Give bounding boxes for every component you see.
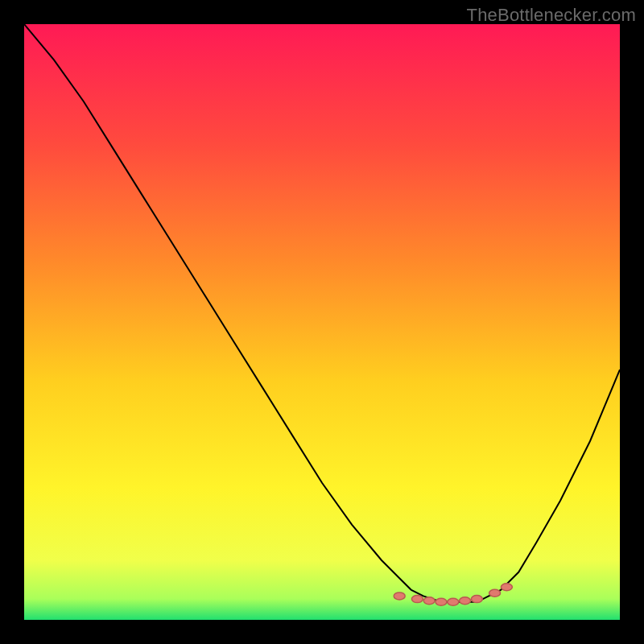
curve-marker bbox=[460, 597, 471, 605]
curve-marker bbox=[411, 596, 423, 603]
curve-marker bbox=[448, 598, 459, 605]
curve-marker bbox=[423, 597, 435, 605]
curve-marker bbox=[501, 584, 512, 591]
curve-marker bbox=[436, 598, 447, 605]
chart-svg bbox=[24, 24, 620, 620]
attribution-text: TheBottlenecker.com bbox=[467, 5, 636, 26]
chart-area bbox=[24, 24, 620, 620]
curve-marker bbox=[394, 592, 405, 600]
curve-marker bbox=[489, 589, 501, 597]
gradient-background bbox=[24, 24, 620, 620]
curve-marker bbox=[471, 596, 482, 603]
